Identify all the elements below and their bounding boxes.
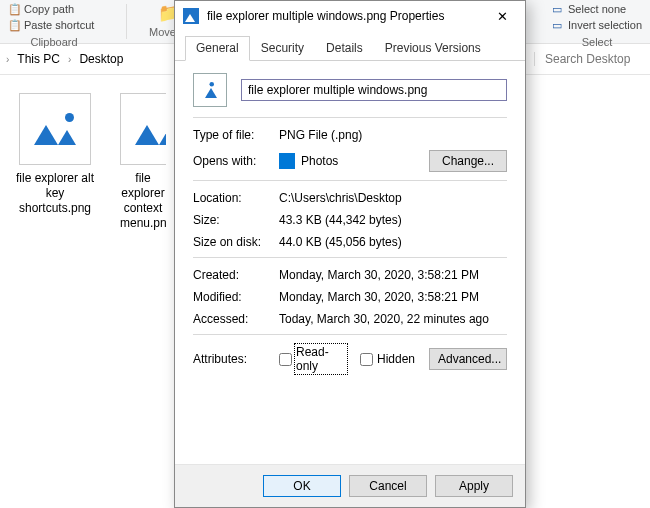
- opens-with-label: Opens with:: [193, 154, 279, 168]
- paste-shortcut-icon: [8, 19, 20, 31]
- chevron-right-icon: ›: [68, 54, 71, 65]
- dialog-buttons: OK Cancel Apply: [175, 464, 525, 507]
- size-on-disk-label: Size on disk:: [193, 235, 279, 249]
- readonly-checkbox[interactable]: Read-only: [279, 345, 346, 373]
- invert-selection-icon: [552, 19, 564, 31]
- ribbon-group-select: Select: [548, 36, 646, 48]
- tab-security[interactable]: Security: [250, 36, 315, 61]
- size-label: Size:: [193, 213, 279, 227]
- window-title: file explorer multiple windows.png Prope…: [207, 9, 444, 23]
- advanced-button[interactable]: Advanced...: [429, 348, 507, 370]
- crumb-this-pc[interactable]: This PC: [15, 50, 62, 68]
- type-value: PNG File (.png): [279, 128, 507, 142]
- image-file-icon: [129, 107, 166, 151]
- accessed-label: Accessed:: [193, 312, 279, 326]
- image-file-icon: [193, 73, 227, 107]
- change-button[interactable]: Change...: [429, 150, 507, 172]
- cancel-button[interactable]: Cancel: [349, 475, 427, 497]
- attributes-label: Attributes:: [193, 352, 279, 366]
- ok-button[interactable]: OK: [263, 475, 341, 497]
- size-value: 43.3 KB (44,342 bytes): [279, 213, 507, 227]
- ribbon-group-clipboard: Clipboard: [4, 36, 104, 48]
- apply-button[interactable]: Apply: [435, 475, 513, 497]
- modified-value: Monday, March 30, 2020, 3:58:21 PM: [279, 290, 507, 304]
- opens-with-value: Photos: [301, 154, 338, 168]
- created-value: Monday, March 30, 2020, 3:58:21 PM: [279, 268, 507, 282]
- created-label: Created:: [193, 268, 279, 282]
- chevron-right-icon: ›: [6, 54, 9, 65]
- titlebar[interactable]: file explorer multiple windows.png Prope…: [175, 1, 525, 31]
- paste-shortcut-button[interactable]: Paste shortcut: [4, 18, 104, 32]
- accessed-value: Today, March 30, 2020, 22 minutes ago: [279, 312, 507, 326]
- tab-details[interactable]: Details: [315, 36, 374, 61]
- file-item[interactable]: file explorer alt key shortcuts.png: [12, 93, 98, 216]
- modified-label: Modified:: [193, 290, 279, 304]
- filename-input[interactable]: [241, 79, 507, 101]
- file-label: file explorer context menu.png: [120, 171, 166, 231]
- location-label: Location:: [193, 191, 279, 205]
- crumb-desktop[interactable]: Desktop: [77, 50, 125, 68]
- tab-previous-versions[interactable]: Previous Versions: [374, 36, 492, 61]
- photos-icon: [279, 153, 295, 169]
- select-none-icon: [552, 3, 564, 15]
- close-icon: ✕: [497, 9, 508, 24]
- hidden-checkbox[interactable]: Hidden: [360, 352, 415, 366]
- copy-path-button[interactable]: Copy path: [4, 2, 104, 16]
- invert-selection-button[interactable]: Invert selection: [548, 18, 646, 32]
- properties-dialog: file explorer multiple windows.png Prope…: [174, 0, 526, 508]
- type-label: Type of file:: [193, 128, 279, 142]
- image-file-icon: [28, 107, 82, 151]
- file-label: file explorer alt key shortcuts.png: [12, 171, 98, 216]
- close-button[interactable]: ✕: [483, 2, 521, 30]
- search-input[interactable]: Search Desktop: [534, 52, 644, 66]
- size-on-disk-value: 44.0 KB (45,056 bytes): [279, 235, 507, 249]
- image-file-icon: [183, 8, 199, 24]
- select-none-button[interactable]: Select none: [548, 2, 646, 16]
- tabs: General Security Details Previous Versio…: [175, 31, 525, 61]
- copy-path-icon: [8, 3, 20, 15]
- tab-general[interactable]: General: [185, 36, 250, 61]
- file-item[interactable]: file explorer context menu.png: [120, 93, 166, 231]
- tab-content: Type of file:PNG File (.png) Opens with:…: [175, 61, 525, 464]
- location-value: C:\Users\chris\Desktop: [279, 191, 507, 205]
